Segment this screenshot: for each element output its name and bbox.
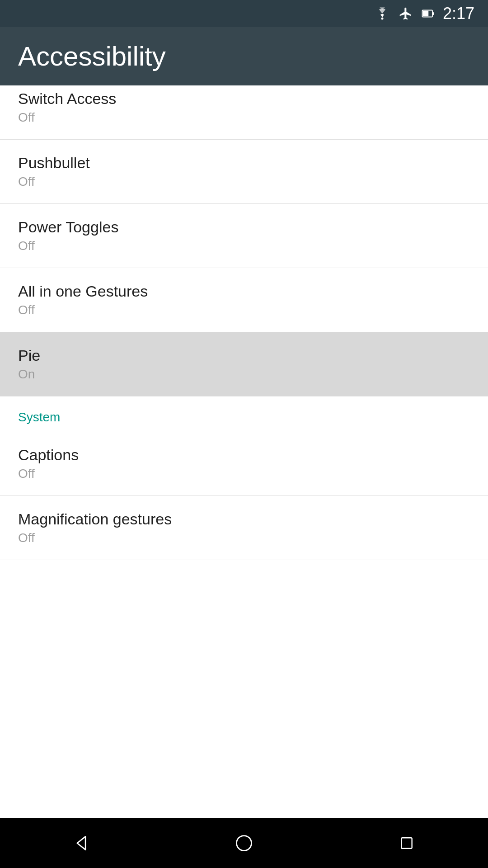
recents-icon — [398, 834, 416, 852]
svg-marker-4 — [77, 836, 85, 849]
battery-icon — [421, 6, 435, 21]
status-icons: 2:17 — [374, 4, 474, 23]
settings-content: Switch Access Off Pushbullet Off Power T… — [0, 85, 488, 818]
pushbullet-subtitle: Off — [18, 175, 470, 189]
captions-subtitle: Off — [18, 467, 470, 481]
home-button[interactable] — [221, 830, 267, 857]
svg-rect-2 — [432, 12, 434, 15]
recents-button[interactable] — [384, 830, 429, 857]
settings-item-all-in-one-gestures[interactable]: All in one Gestures Off — [0, 268, 488, 332]
power-toggles-title: Power Toggles — [18, 218, 470, 236]
status-bar: 2:17 — [0, 0, 488, 27]
all-in-one-gestures-title: All in one Gestures — [18, 283, 470, 300]
airplane-icon — [399, 6, 413, 21]
svg-point-0 — [381, 18, 383, 20]
back-icon — [71, 833, 91, 853]
settings-item-power-toggles[interactable]: Power Toggles Off — [0, 204, 488, 268]
magnification-gestures-title: Magnification gestures — [18, 510, 470, 528]
settings-item-switch-access[interactable]: Switch Access Off — [0, 85, 488, 140]
svg-rect-3 — [423, 11, 429, 17]
magnification-gestures-subtitle: Off — [18, 531, 470, 545]
settings-item-pushbullet[interactable]: Pushbullet Off — [0, 140, 488, 204]
home-icon — [234, 833, 254, 853]
svg-point-5 — [237, 836, 252, 851]
all-in-one-gestures-subtitle: Off — [18, 303, 470, 317]
pushbullet-title: Pushbullet — [18, 154, 470, 172]
status-time: 2:17 — [443, 4, 474, 23]
settings-item-captions[interactable]: Captions Off — [0, 432, 488, 496]
settings-item-pie[interactable]: Pie On — [0, 332, 488, 396]
nav-bar — [0, 818, 488, 868]
switch-access-title: Switch Access — [18, 90, 470, 108]
system-section-header: System — [0, 396, 488, 432]
svg-rect-6 — [401, 838, 412, 848]
power-toggles-subtitle: Off — [18, 239, 470, 253]
wifi-icon — [374, 7, 390, 20]
page-title: Accessibility — [18, 41, 166, 72]
header: Accessibility — [0, 27, 488, 85]
settings-item-magnification-gestures[interactable]: Magnification gestures Off — [0, 496, 488, 560]
switch-access-subtitle: Off — [18, 110, 470, 125]
system-label: System — [18, 410, 60, 424]
pie-title: Pie — [18, 347, 470, 364]
captions-title: Captions — [18, 446, 470, 464]
back-button[interactable] — [59, 830, 104, 857]
pie-subtitle: On — [18, 367, 470, 382]
